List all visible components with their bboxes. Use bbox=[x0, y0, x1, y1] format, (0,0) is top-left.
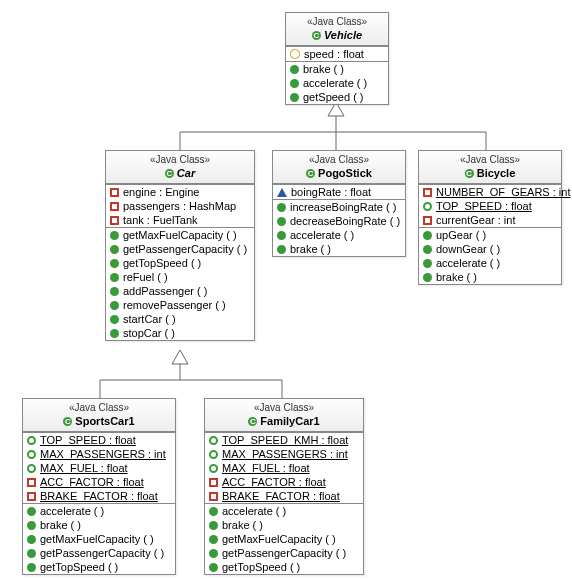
operation-row: getTopSpeed ( ) bbox=[23, 560, 175, 574]
member-text: brake ( ) bbox=[436, 271, 477, 283]
attribute-row: MAX_FUEL : float bbox=[23, 461, 175, 475]
green-dot-icon bbox=[110, 245, 119, 254]
green-ring-icon bbox=[27, 464, 36, 473]
red-sq-icon bbox=[423, 188, 432, 197]
member-text: accelerate ( ) bbox=[290, 229, 354, 241]
member-text: brake ( ) bbox=[40, 519, 81, 531]
green-dot-icon bbox=[277, 245, 286, 254]
operation-row: accelerate ( ) bbox=[23, 504, 175, 518]
operation-row: getPassengerCapacity ( ) bbox=[205, 546, 363, 560]
green-dot-icon bbox=[110, 273, 119, 282]
attribute-row: BRAKE_FACTOR : float bbox=[205, 489, 363, 503]
stereotype-label: «Java Class» bbox=[211, 402, 357, 414]
operation-compartment: brake ( )accelerate ( )getSpeed ( ) bbox=[286, 61, 388, 104]
member-text: boingRate : float bbox=[291, 186, 371, 198]
red-sq-icon bbox=[27, 492, 36, 501]
green-dot-icon bbox=[110, 329, 119, 338]
class-icon: C bbox=[465, 169, 474, 178]
member-text: currentGear : int bbox=[436, 214, 515, 226]
member-text: BRAKE_FACTOR : float bbox=[40, 490, 158, 502]
attribute-row: BRAKE_FACTOR : float bbox=[23, 489, 175, 503]
stereotype-label: «Java Class» bbox=[425, 154, 555, 166]
member-text: MAX_PASSENGERS : int bbox=[40, 448, 166, 460]
green-dot-icon bbox=[110, 301, 119, 310]
svg-marker-6 bbox=[172, 350, 188, 364]
operation-row: increaseBoingRate ( ) bbox=[273, 200, 405, 214]
member-text: accelerate ( ) bbox=[303, 77, 367, 89]
operation-row: stopCar ( ) bbox=[106, 326, 254, 340]
class-header: «Java Class»CSportsCar1 bbox=[23, 399, 175, 432]
class-icon: C bbox=[312, 31, 321, 40]
operation-row: reFuel ( ) bbox=[106, 270, 254, 284]
operation-row: brake ( ) bbox=[286, 62, 388, 76]
member-text: getTopSpeed ( ) bbox=[40, 561, 118, 573]
green-ring-icon bbox=[27, 436, 36, 445]
operation-row: decreaseBoingRate ( ) bbox=[273, 214, 405, 228]
attribute-row: ACC_FACTOR : float bbox=[23, 475, 175, 489]
attribute-compartment: engine : Enginepassengers : HashMaptank … bbox=[106, 184, 254, 227]
green-ring-icon bbox=[209, 436, 218, 445]
member-text: accelerate ( ) bbox=[40, 505, 104, 517]
green-dot-icon bbox=[209, 521, 218, 530]
operation-row: addPassenger ( ) bbox=[106, 284, 254, 298]
attribute-row: TOP_SPEED : float bbox=[23, 433, 175, 447]
member-text: TOP_SPEED : float bbox=[436, 200, 532, 212]
red-sq-icon bbox=[110, 216, 119, 225]
green-dot-icon bbox=[209, 535, 218, 544]
operation-row: accelerate ( ) bbox=[286, 76, 388, 90]
operation-compartment: increaseBoingRate ( )decreaseBoingRate (… bbox=[273, 199, 405, 256]
member-text: brake ( ) bbox=[222, 519, 263, 531]
green-dot-icon bbox=[277, 217, 286, 226]
member-text: passengers : HashMap bbox=[123, 200, 236, 212]
class-car: «Java Class»CCarengine : Enginepassenger… bbox=[105, 150, 255, 341]
member-text: getTopSpeed ( ) bbox=[222, 561, 300, 573]
green-dot-icon bbox=[110, 287, 119, 296]
member-text: upGear ( ) bbox=[436, 229, 486, 241]
attribute-row: currentGear : int bbox=[419, 213, 561, 227]
green-dot-icon bbox=[423, 273, 432, 282]
green-dot-icon bbox=[423, 259, 432, 268]
class-icon: C bbox=[248, 417, 257, 426]
green-dot-icon bbox=[110, 259, 119, 268]
class-name: Bicycle bbox=[477, 167, 516, 180]
member-text: downGear ( ) bbox=[436, 243, 500, 255]
operation-row: removePassenger ( ) bbox=[106, 298, 254, 312]
member-text: accelerate ( ) bbox=[222, 505, 286, 517]
red-sq-icon bbox=[209, 492, 218, 501]
operation-compartment: accelerate ( )brake ( )getMaxFuelCapacit… bbox=[23, 503, 175, 574]
green-dot-icon bbox=[423, 245, 432, 254]
member-text: getSpeed ( ) bbox=[303, 91, 364, 103]
green-dot-icon bbox=[209, 549, 218, 558]
class-header: «Java Class»CPogoStick bbox=[273, 151, 405, 184]
member-text: brake ( ) bbox=[303, 63, 344, 75]
operation-row: getMaxFuelCapacity ( ) bbox=[205, 532, 363, 546]
attribute-row: tank : FuelTank bbox=[106, 213, 254, 227]
attribute-compartment: TOP_SPEED : floatMAX_PASSENGERS : intMAX… bbox=[23, 432, 175, 503]
class-familycar1: «Java Class»CFamilyCar1TOP_SPEED_KMH : f… bbox=[204, 398, 364, 575]
class-header: «Java Class»CFamilyCar1 bbox=[205, 399, 363, 432]
operation-compartment: getMaxFuelCapacity ( )getPassengerCapaci… bbox=[106, 227, 254, 340]
red-sq-icon bbox=[110, 188, 119, 197]
member-text: brake ( ) bbox=[290, 243, 331, 255]
member-text: BRAKE_FACTOR : float bbox=[222, 490, 340, 502]
operation-row: upGear ( ) bbox=[419, 228, 561, 242]
operation-row: getTopSpeed ( ) bbox=[205, 560, 363, 574]
member-text: NUMBER_OF_GEARS : int bbox=[436, 186, 570, 198]
operation-row: brake ( ) bbox=[419, 270, 561, 284]
class-name: Vehicle bbox=[324, 29, 362, 42]
uml-class-diagram: «Java Class»CVehiclespeed : floatbrake (… bbox=[10, 10, 562, 570]
green-dot-icon bbox=[290, 79, 299, 88]
class-bicycle: «Java Class»CBicycleNUMBER_OF_GEARS : in… bbox=[418, 150, 562, 285]
red-sq-icon bbox=[423, 216, 432, 225]
green-dot-icon bbox=[277, 231, 286, 240]
member-text: addPassenger ( ) bbox=[123, 285, 207, 297]
attribute-row: boingRate : float bbox=[273, 185, 405, 199]
green-dot-icon bbox=[27, 549, 36, 558]
class-icon: C bbox=[306, 169, 315, 178]
class-icon: C bbox=[63, 417, 72, 426]
class-header: «Java Class»CVehicle bbox=[286, 13, 388, 46]
green-dot-icon bbox=[209, 507, 218, 516]
green-dot-icon bbox=[110, 231, 119, 240]
member-text: stopCar ( ) bbox=[123, 327, 175, 339]
stereotype-label: «Java Class» bbox=[112, 154, 248, 166]
